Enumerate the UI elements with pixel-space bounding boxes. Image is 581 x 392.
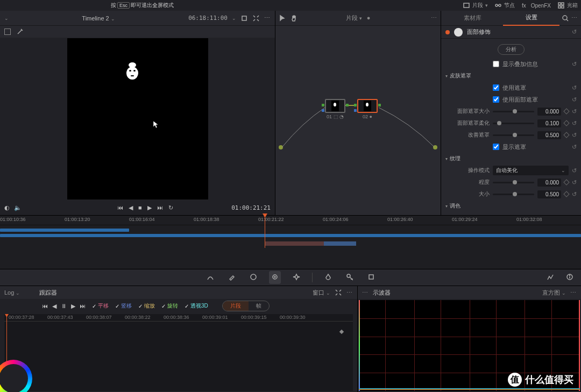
tab-library[interactable]: 素材库 [444,11,501,25]
section-skin-mask[interactable]: 皮肤遮罩 [441,70,581,82]
expand-tracker-icon[interactable] [335,289,342,296]
keyframe-icon[interactable] [563,120,569,126]
window-icon[interactable] [247,271,259,284]
timeline-name-dropdown[interactable]: Timeline 2 ⌄ [82,15,115,22]
curves-icon[interactable] [204,271,216,284]
reset-icon[interactable]: ↺ [572,144,577,151]
track-pause-button[interactable]: ⏸ [61,303,67,310]
size-slider[interactable] [493,194,534,195]
reset-icon[interactable]: ↺ [572,84,577,91]
track-forward-button[interactable]: ▶ [71,303,75,310]
node-2[interactable] [357,99,378,113]
reset-icon[interactable]: ↺ [572,61,577,68]
node-1[interactable] [325,99,345,113]
timeline-playhead[interactable] [265,216,265,248]
node-canvas[interactable]: 01 ⬚ ◔ 02 ● [275,26,441,215]
reset-icon[interactable]: ↺ [572,179,577,186]
show-overlay-checkbox[interactable] [493,61,499,67]
use-face-mask-checkbox[interactable] [493,96,499,103]
face-mask-size-slider[interactable] [493,111,534,112]
expand-icon[interactable]: ⌄ [4,16,9,21]
reset-icon[interactable]: ↺ [572,167,577,174]
track-reverse-button[interactable]: ◀ [52,303,56,310]
stop-button[interactable]: ■ [138,204,142,211]
sizing-icon[interactable] [365,271,377,284]
tab-settings[interactable]: 设置 [503,10,559,26]
tracker-menu-icon[interactable]: ⋯ [346,289,353,296]
refine-mask-value[interactable]: 0.500 [537,131,561,139]
keyframes-panel-icon[interactable] [544,271,556,284]
wand-icon[interactable] [16,28,24,35]
magic-mask-icon[interactable] [290,271,302,284]
section-texture[interactable]: 纹理 [441,153,581,165]
operation-mode-dropdown[interactable]: 自动美化⌄ [493,166,569,175]
bypass-icon[interactable]: ◐ [4,204,10,211]
face-mask-soft-value[interactable]: 0.100 [537,119,561,127]
track-last-button[interactable]: ⏭ [80,303,86,310]
track-pan-toggle[interactable]: ✓平移 [92,302,109,310]
level-slider[interactable] [493,182,534,183]
thumbnail-timeline[interactable]: 01:00:10:3601:00:13:2001:00:16:0401:00:1… [0,215,581,269]
node-1-alpha-in[interactable] [322,109,324,112]
expand-viewer-icon[interactable] [252,15,260,22]
refine-mask-slider[interactable] [493,134,534,136]
viewer-canvas[interactable] [0,38,275,200]
tracker-mode-dropdown[interactable]: Log ⌄ [4,289,20,296]
loop-button[interactable]: ↻ [168,204,173,211]
first-frame-button[interactable]: ⏮ [117,204,123,211]
timeline-ruler[interactable]: 01:00:10:3601:00:13:2001:00:16:0401:00:1… [0,216,581,225]
play-reverse-button[interactable]: ◀ [129,204,133,211]
track-zoom-toggle[interactable]: ✓缩放 [138,302,155,310]
keyframe-icon[interactable] [563,108,569,114]
blur-icon[interactable] [322,271,334,284]
reset-icon[interactable]: ↺ [572,96,577,103]
keyframe-icon[interactable] [563,191,569,197]
node-1-output[interactable] [346,104,349,106]
viewer-menu-icon[interactable]: ⋯ [264,15,271,22]
hand-icon[interactable] [290,15,298,22]
scopes-menu-left-icon[interactable]: ⋯ [362,289,369,296]
reset-icon[interactable]: ↺ [572,132,577,139]
tracker-graph[interactable]: 00:00:37:2800:00:37:4300:00:38:0700:00:3… [4,314,353,391]
reset-all-icon[interactable]: ↺ [572,28,577,35]
last-frame-button[interactable]: ⏭ [157,204,163,211]
scopes-menu-right-icon[interactable]: ⋯ [570,289,577,296]
node-2-alpha-in[interactable] [354,109,357,112]
nodes-toggle[interactable]: 节点 [494,2,515,9]
show-mask-checkbox[interactable] [493,144,499,150]
inspector-menu-icon[interactable]: ⋯ [571,15,578,22]
keyframe-icon[interactable] [563,132,569,138]
pill-clip[interactable]: 片段 [223,301,249,311]
clips-toggle[interactable]: 片段▾ [463,2,488,9]
node-2-output[interactable] [378,104,381,106]
search-icon[interactable] [562,15,569,22]
face-mask-soft-slider[interactable] [493,123,534,124]
highlight-icon[interactable] [240,15,248,22]
key-icon[interactable] [344,271,356,284]
track-rotate-toggle[interactable]: ✓旋转 [161,302,178,310]
size-value[interactable]: 0.500 [537,190,561,198]
reset-icon[interactable]: ↺ [572,191,577,198]
tracker-window-dropdown[interactable]: 窗口 ⌄ [313,289,330,297]
track-3d-toggle[interactable]: ✓透视3D [185,302,208,310]
node-editor-title[interactable]: 片段 ▾ ● [346,14,371,22]
info-icon[interactable] [564,271,576,284]
analyze-button[interactable]: 分析 [498,44,525,55]
pill-frame[interactable]: 帧 [249,301,269,311]
track-tilt-toggle[interactable]: ✓竖移 [115,302,132,310]
use-mask-checkbox[interactable] [493,84,499,91]
reset-icon[interactable]: ↺ [572,108,577,115]
picker-icon[interactable] [226,271,238,284]
node-menu-icon[interactable]: ⋯ [431,15,437,22]
play-button[interactable]: ▶ [147,204,152,211]
lightbox-toggle[interactable]: 光箱 [557,2,578,9]
reset-icon[interactable]: ↺ [572,120,577,127]
face-mask-size-value[interactable]: 0.000 [537,108,561,116]
section-tone[interactable]: 调色 [441,200,581,212]
image-wipe-icon[interactable] [4,28,11,35]
track-first-button[interactable]: ⏮ [42,303,48,310]
node-1-input[interactable] [322,104,324,106]
pointer-icon[interactable] [279,15,286,22]
keyframe-marker[interactable] [339,330,344,334]
keyframe-icon[interactable] [563,179,569,185]
